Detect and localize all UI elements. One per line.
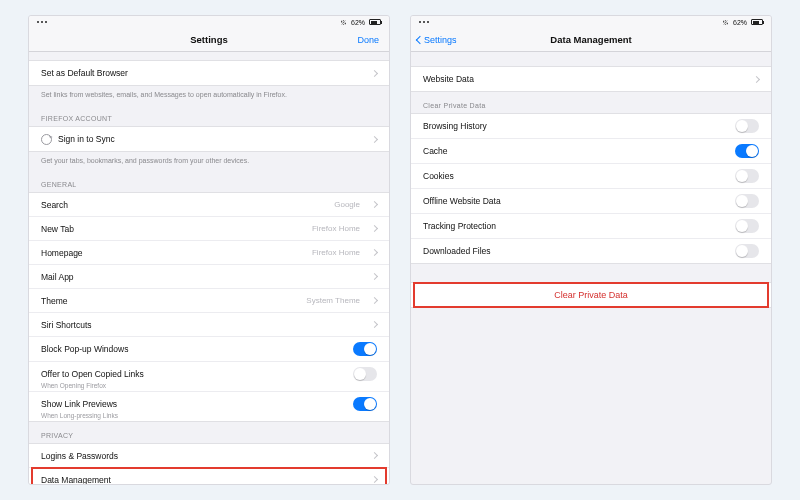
chevron-right-icon bbox=[371, 136, 378, 143]
chevron-right-icon bbox=[371, 476, 378, 483]
battery-percent: 62% bbox=[351, 19, 365, 26]
done-button[interactable]: Done bbox=[357, 35, 379, 45]
chevron-right-icon bbox=[371, 249, 378, 256]
default-browser-hint: Set links from websites, emails, and Mes… bbox=[29, 86, 389, 105]
sign-in-sync-label: Sign in to Sync bbox=[58, 134, 115, 144]
privacy-header: Privacy bbox=[29, 422, 389, 443]
set-default-browser-row[interactable]: Set as Default Browser bbox=[29, 61, 389, 85]
general-header: General bbox=[29, 171, 389, 192]
tracking-protection-data-row[interactable]: Tracking Protection bbox=[411, 214, 771, 239]
status-bar: ᯾ 62% bbox=[411, 16, 771, 28]
chevron-right-icon bbox=[371, 452, 378, 459]
link-previews-row[interactable]: Show Link Previews When Long-pressing Li… bbox=[29, 392, 389, 421]
data-management-scroll[interactable]: Website Data Clear Private Data Browsing… bbox=[411, 52, 771, 484]
cache-toggle[interactable] bbox=[735, 144, 759, 158]
siri-shortcuts-row[interactable]: Siri Shortcuts bbox=[29, 313, 389, 337]
clear-private-data-header: Clear Private Data bbox=[411, 92, 771, 113]
settings-screen: ᯾ 62% Settings Done Set as Default Brows… bbox=[28, 15, 390, 485]
data-management-screen: ᯾ 62% Settings Data Management Website D… bbox=[410, 15, 772, 485]
website-data-row[interactable]: Website Data bbox=[411, 67, 771, 91]
sync-icon bbox=[41, 134, 52, 145]
clear-private-data-button[interactable]: Clear Private Data bbox=[411, 283, 771, 307]
settings-scroll[interactable]: Set as Default Browser Set links from we… bbox=[29, 52, 389, 484]
firefox-account-header: Firefox Account bbox=[29, 105, 389, 126]
settings-navbar: Settings Done bbox=[29, 28, 389, 52]
data-management-row[interactable]: Data Management bbox=[29, 468, 389, 484]
offline-data-row[interactable]: Offline Website Data bbox=[411, 189, 771, 214]
block-popups-row[interactable]: Block Pop-up Windows bbox=[29, 337, 389, 362]
chevron-right-icon bbox=[371, 297, 378, 304]
downloaded-files-toggle[interactable] bbox=[735, 244, 759, 258]
back-button[interactable]: Settings bbox=[417, 35, 457, 45]
chevron-right-icon bbox=[753, 75, 760, 82]
logins-passwords-row[interactable]: Logins & Passwords bbox=[29, 444, 389, 468]
chevron-right-icon bbox=[371, 225, 378, 232]
browsing-history-toggle[interactable] bbox=[735, 119, 759, 133]
cookies-row[interactable]: Cookies bbox=[411, 164, 771, 189]
cookies-toggle[interactable] bbox=[735, 169, 759, 183]
chevron-left-icon bbox=[416, 35, 424, 43]
wifi-icon: ᯾ bbox=[340, 19, 347, 26]
sign-in-sync-row[interactable]: Sign in to Sync bbox=[29, 127, 389, 151]
tracking-protection-toggle[interactable] bbox=[735, 219, 759, 233]
chevron-right-icon bbox=[371, 273, 378, 280]
mail-app-row[interactable]: Mail App bbox=[29, 265, 389, 289]
data-management-title: Data Management bbox=[550, 34, 631, 45]
status-bar: ᯾ 62% bbox=[29, 16, 389, 28]
downloaded-files-row[interactable]: Downloaded Files bbox=[411, 239, 771, 263]
theme-row[interactable]: Theme System Theme bbox=[29, 289, 389, 313]
settings-title: Settings bbox=[190, 34, 227, 45]
sign-in-sync-hint: Get your tabs, bookmarks, and passwords … bbox=[29, 152, 389, 171]
chevron-right-icon bbox=[371, 69, 378, 76]
open-copied-links-toggle[interactable] bbox=[353, 367, 377, 381]
new-tab-row[interactable]: New Tab Firefox Home bbox=[29, 217, 389, 241]
offline-data-toggle[interactable] bbox=[735, 194, 759, 208]
search-row[interactable]: Search Google bbox=[29, 193, 389, 217]
open-copied-links-row[interactable]: Offer to Open Copied Links When Opening … bbox=[29, 362, 389, 392]
battery-percent: 62% bbox=[733, 19, 747, 26]
chevron-right-icon bbox=[371, 201, 378, 208]
block-popups-toggle[interactable] bbox=[353, 342, 377, 356]
data-management-navbar: Settings Data Management bbox=[411, 28, 771, 52]
link-previews-toggle[interactable] bbox=[353, 397, 377, 411]
set-default-browser-label: Set as Default Browser bbox=[41, 68, 128, 78]
battery-icon bbox=[751, 19, 763, 25]
cache-row[interactable]: Cache bbox=[411, 139, 771, 164]
homepage-row[interactable]: Homepage Firefox Home bbox=[29, 241, 389, 265]
chevron-right-icon bbox=[371, 321, 378, 328]
browsing-history-row[interactable]: Browsing History bbox=[411, 114, 771, 139]
battery-icon bbox=[369, 19, 381, 25]
wifi-icon: ᯾ bbox=[722, 19, 729, 26]
